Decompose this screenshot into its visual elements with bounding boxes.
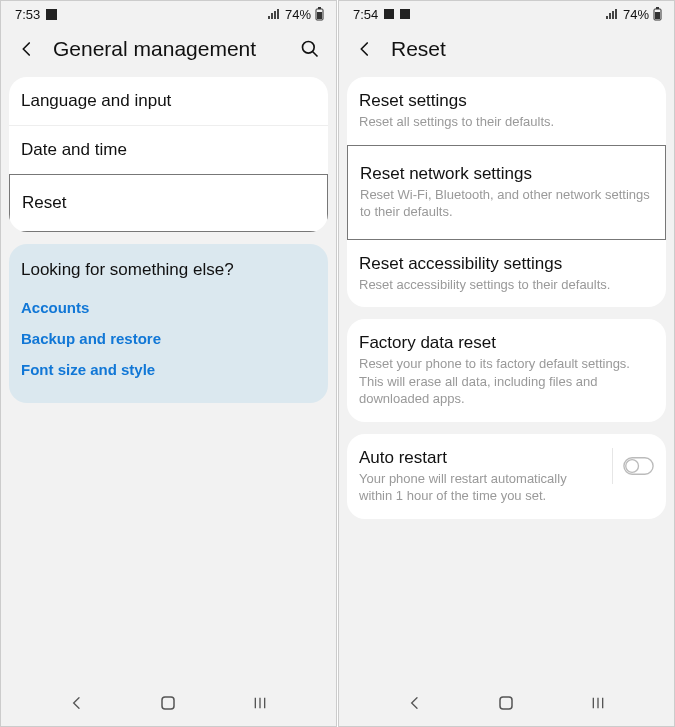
back-button[interactable] — [15, 37, 39, 61]
status-bar: 7:54 74% — [339, 1, 674, 27]
svg-rect-10 — [656, 7, 659, 9]
nav-back-icon[interactable] — [65, 691, 89, 715]
row-title: Reset — [22, 193, 315, 213]
help-link-font[interactable]: Font size and style — [21, 354, 316, 385]
svg-rect-1 — [318, 7, 321, 9]
page-title: Reset — [391, 37, 446, 61]
help-heading: Looking for something else? — [21, 260, 316, 280]
status-time: 7:54 — [353, 7, 378, 22]
signal-icon — [605, 8, 619, 20]
row-reset[interactable]: Reset — [9, 174, 328, 232]
row-reset-accessibility[interactable]: Reset accessibility settings Reset acces… — [347, 240, 666, 308]
svg-rect-5 — [162, 697, 174, 709]
svg-rect-11 — [655, 12, 660, 19]
header: Reset — [339, 27, 674, 77]
row-reset-settings[interactable]: Reset settings Reset all settings to the… — [347, 77, 666, 145]
row-factory-reset[interactable]: Factory data reset Reset your phone to i… — [347, 319, 666, 422]
row-date-time[interactable]: Date and time — [9, 125, 328, 174]
row-title: Reset accessibility settings — [359, 254, 654, 274]
nav-recents-icon[interactable] — [248, 691, 272, 715]
status-notif-icon — [400, 9, 410, 19]
svg-rect-14 — [500, 697, 512, 709]
search-button[interactable] — [298, 37, 322, 61]
svg-point-13 — [626, 459, 639, 472]
row-subtitle: Your phone will restart automatically wi… — [359, 470, 598, 505]
row-subtitle: Reset your phone to its factory default … — [359, 355, 654, 408]
row-title: Reset settings — [359, 91, 654, 111]
page-title: General management — [53, 37, 256, 61]
status-bar: 7:53 74% — [1, 1, 336, 27]
nav-bar — [339, 680, 674, 726]
svg-line-4 — [313, 52, 318, 57]
svg-point-3 — [303, 42, 315, 54]
row-title: Language and input — [21, 91, 316, 111]
phone-left: 7:53 74% General management Language and… — [0, 0, 337, 727]
factory-card: Factory data reset Reset your phone to i… — [347, 319, 666, 422]
help-card: Looking for something else? Accounts Bac… — [9, 244, 328, 403]
status-battery-text: 74% — [285, 7, 311, 22]
svg-rect-2 — [317, 12, 322, 19]
nav-bar — [1, 680, 336, 726]
row-title: Date and time — [21, 140, 316, 160]
row-subtitle: Reset accessibility settings to their de… — [359, 276, 654, 294]
status-notif-icon — [384, 9, 394, 19]
auto-restart-toggle[interactable] — [612, 448, 654, 484]
header: General management — [1, 27, 336, 77]
row-language-input[interactable]: Language and input — [9, 77, 328, 125]
status-time: 7:53 — [15, 7, 40, 22]
signal-icon — [267, 8, 281, 20]
reset-card: Reset settings Reset all settings to the… — [347, 77, 666, 307]
auto-restart-card: Auto restart Your phone will restart aut… — [347, 434, 666, 519]
nav-home-icon[interactable] — [156, 691, 180, 715]
row-reset-network[interactable]: Reset network settings Reset Wi-Fi, Blue… — [347, 145, 666, 240]
battery-icon — [315, 7, 324, 21]
nav-recents-icon[interactable] — [586, 691, 610, 715]
nav-back-icon[interactable] — [403, 691, 427, 715]
row-auto-restart[interactable]: Auto restart Your phone will restart aut… — [347, 434, 666, 519]
row-title: Reset network settings — [360, 164, 653, 184]
status-notif-icon — [46, 9, 57, 20]
nav-home-icon[interactable] — [494, 691, 518, 715]
row-subtitle: Reset Wi-Fi, Bluetooth, and other networ… — [360, 186, 653, 221]
help-link-accounts[interactable]: Accounts — [21, 292, 316, 323]
battery-icon — [653, 7, 662, 21]
settings-card: Language and input Date and time Reset — [9, 77, 328, 232]
row-subtitle: Reset all settings to their defaults. — [359, 113, 654, 131]
back-button[interactable] — [353, 37, 377, 61]
status-battery-text: 74% — [623, 7, 649, 22]
phone-right: 7:54 74% Reset Reset settings Reset all … — [338, 0, 675, 727]
row-title: Auto restart — [359, 448, 598, 468]
help-link-backup[interactable]: Backup and restore — [21, 323, 316, 354]
row-title: Factory data reset — [359, 333, 654, 353]
